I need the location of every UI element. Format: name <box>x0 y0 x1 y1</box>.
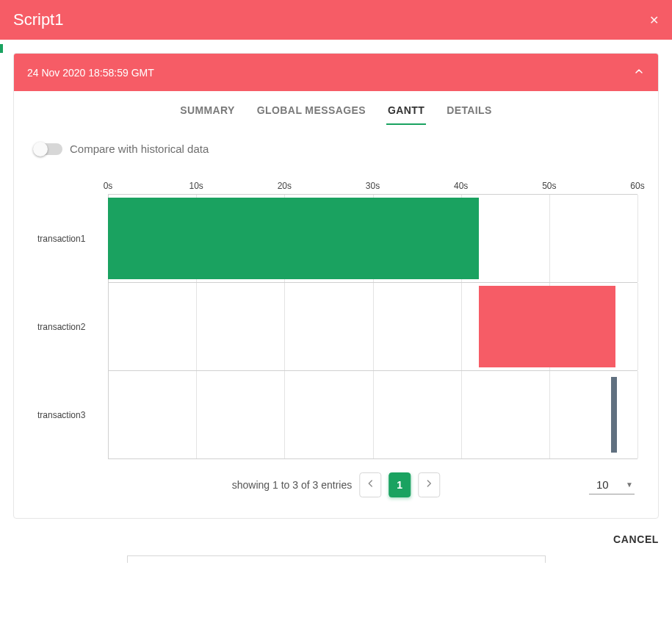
chevron-right-icon <box>423 478 435 492</box>
left-edge-accent <box>0 44 3 53</box>
tab-gantt[interactable]: GANTT <box>386 100 426 125</box>
row-label: transaction2 <box>35 283 108 371</box>
next-page-button[interactable] <box>418 472 440 497</box>
x-tick: 0s <box>104 181 113 191</box>
modal-header: Script1 ✕ <box>0 0 672 40</box>
gridline <box>373 283 374 370</box>
gridline <box>461 371 462 458</box>
chart-row <box>108 195 637 283</box>
page-1-button[interactable]: 1 <box>389 472 411 497</box>
paginator-center: showing 1 to 3 of 3 entries 1 <box>232 472 440 497</box>
gantt-panel: Compare with historical data 0s10s20s30s… <box>14 125 658 518</box>
tab-details[interactable]: DETAILS <box>445 100 494 125</box>
close-icon[interactable]: ✕ <box>649 13 659 27</box>
gridline <box>549 371 550 458</box>
gridline <box>461 283 462 370</box>
tab-global-messages[interactable]: GLOBAL MESSAGES <box>256 100 367 125</box>
compare-toggle-row: Compare with historical data <box>35 143 637 155</box>
dropdown-icon: ▼ <box>626 481 633 489</box>
result-card: 24 Nov 2020 18:58:59 GMT SUMMARY GLOBAL … <box>13 53 659 519</box>
prev-page-button[interactable] <box>359 472 381 497</box>
row-label: transaction1 <box>35 195 108 283</box>
gridline <box>637 371 638 458</box>
x-tick: 10s <box>189 181 203 191</box>
x-tick: 50s <box>542 181 556 191</box>
card-header[interactable]: 24 Nov 2020 18:58:59 GMT <box>14 54 658 91</box>
gridline <box>196 283 197 370</box>
pagination-summary: showing 1 to 3 of 3 entries <box>232 479 352 491</box>
toggle-knob <box>33 142 48 156</box>
gridline <box>637 195 638 282</box>
gantt-chart: 0s10s20s30s40s50s60s transaction1transac… <box>35 177 637 459</box>
x-tick: 40s <box>454 181 468 191</box>
gantt-bar[interactable] <box>479 286 615 367</box>
modal-title: Script1 <box>13 10 63 29</box>
x-tick: 30s <box>366 181 380 191</box>
chart-row <box>108 371 637 459</box>
page-size-select[interactable]: 10 ▼ <box>589 475 635 494</box>
compare-toggle[interactable] <box>35 143 62 155</box>
gridline <box>108 283 109 370</box>
gridline <box>284 283 285 370</box>
card-timestamp: 24 Nov 2020 18:58:59 GMT <box>27 67 154 79</box>
gantt-bar[interactable] <box>611 377 617 453</box>
gridline <box>108 371 109 458</box>
gridline <box>549 195 550 282</box>
tab-summary[interactable]: SUMMARY <box>178 100 236 125</box>
modal-footer: CANCEL <box>0 519 672 553</box>
gridline <box>373 371 374 458</box>
page-size-value: 10 <box>596 478 609 491</box>
chevron-up-icon <box>633 65 645 79</box>
x-tick: 60s <box>630 181 644 191</box>
bottom-decor <box>127 555 546 563</box>
paginator: showing 1 to 3 of 3 entries 1 10 <box>35 459 637 511</box>
x-axis: 0s10s20s30s40s50s60s <box>108 177 637 195</box>
gridline <box>637 283 638 370</box>
x-tick: 20s <box>278 181 292 191</box>
chart-row <box>108 283 637 371</box>
chevron-left-icon <box>364 478 376 492</box>
row-label: transaction3 <box>35 371 108 459</box>
cancel-button[interactable]: CANCEL <box>613 533 659 545</box>
compare-toggle-label: Compare with historical data <box>70 143 209 155</box>
axis-corner <box>35 177 108 195</box>
gridline <box>196 371 197 458</box>
tab-bar: SUMMARY GLOBAL MESSAGES GANTT DETAILS <box>14 91 658 125</box>
gantt-bar[interactable] <box>108 198 479 279</box>
gridline <box>284 371 285 458</box>
